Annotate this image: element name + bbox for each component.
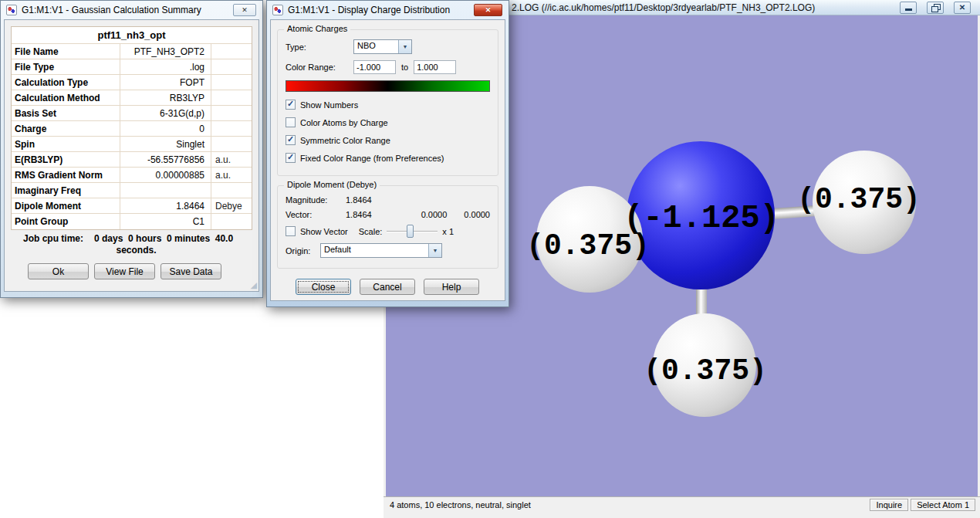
checkbox-symmetric-color-range[interactable]: ✓ Symmetric Color Range	[286, 135, 490, 145]
main-window-title: 2.LOG (//ic.ac.uk/homes/ptf11/Desktop/3r…	[512, 2, 815, 13]
charge-type-value: NBO	[354, 40, 398, 53]
chevron-down-icon[interactable]: ▼	[398, 40, 411, 53]
charge-close-button[interactable]: ✕	[474, 4, 502, 16]
color-range-min-input[interactable]	[353, 60, 396, 74]
restore-button[interactable]	[927, 2, 944, 14]
charge-dialog-title: G1:M1:V1 - Display Charge Distribution	[288, 5, 450, 15]
checkbox-show-numbers[interactable]: ✓ Show Numbers	[286, 100, 490, 110]
charge-dialog-titlebar[interactable]: G1:M1:V1 - Display Charge Distribution ✕	[270, 1, 505, 19]
resize-grip-icon[interactable]: ◢	[251, 280, 257, 290]
job-title: ptf11_nh3_opt	[12, 27, 252, 44]
row-value: PTF_NH3_OPT2	[120, 44, 211, 59]
atomic-charges-group: Atomic Charges Type: NBO ▼ Color Range: …	[277, 29, 498, 176]
charge-label-hydrogen-bottom: (0.375)	[644, 354, 767, 388]
help-button[interactable]: Help	[424, 279, 479, 295]
vector-x: 1.8464	[346, 210, 421, 219]
scale-label: Scale:	[359, 227, 383, 236]
check-icon: ✓	[287, 135, 294, 144]
row-value: .log	[120, 59, 211, 74]
ok-button[interactable]: Ok	[28, 263, 89, 279]
checkbox-label: Show Numbers	[300, 100, 358, 110]
row-unit: Debye	[211, 198, 252, 213]
row-value: 0	[120, 121, 211, 136]
row-value: FOPT	[120, 75, 211, 90]
to-label: to	[401, 63, 408, 72]
atomic-charges-group-label: Atomic Charges	[284, 24, 350, 33]
row-value: 6-31G(d,p)	[120, 106, 211, 120]
origin-label: Origin:	[286, 246, 320, 256]
cpu-time-block: Job cpu time: 0 days 0 hours 0 minutes 4…	[23, 233, 249, 256]
show-vector-row: Show Vector Scale: x 1	[286, 225, 490, 238]
summary-close-button[interactable]: ✕	[233, 4, 256, 16]
table-row: RMS Gradient Norm0.00000885a.u.	[12, 168, 252, 183]
slider-thumb[interactable]	[407, 225, 414, 238]
row-label: Charge	[12, 121, 120, 136]
close-button[interactable]: ✕	[954, 2, 971, 14]
row-unit	[211, 106, 252, 120]
checkbox-show-vector[interactable]	[286, 226, 296, 236]
checkbox-label: Color Atoms by Charge	[300, 118, 388, 127]
show-vector-label: Show Vector	[300, 227, 348, 236]
dipole-group-label: Dipole Moment (Debye)	[284, 180, 380, 189]
row-label: Point Group	[12, 214, 120, 229]
origin-select[interactable]: Default ▼	[320, 243, 442, 258]
magnitude-label: Magnitude:	[286, 195, 346, 205]
cancel-button[interactable]: Cancel	[360, 279, 415, 295]
row-value: Singlet	[120, 137, 211, 151]
minimize-button[interactable]	[900, 2, 917, 14]
checkbox-label: Symmetric Color Range	[300, 136, 390, 145]
check-icon: ✓	[287, 153, 294, 161]
row-label: File Type	[12, 59, 120, 74]
restore-icon	[931, 4, 940, 12]
row-label: Calculation Type	[12, 75, 120, 90]
table-row: Calculation TypeFOPT	[12, 75, 252, 90]
row-value: C1	[120, 214, 211, 229]
checkbox-label: Fixed Color Range (from Preferences)	[300, 154, 444, 163]
row-value: -56.55776856	[120, 152, 211, 167]
table-row: Imaginary Freq	[12, 183, 252, 198]
calculation-summary-table: ptf11_nh3_opt File NamePTF_NH3_OPT2 File…	[11, 26, 252, 230]
table-row: SpinSinglet	[12, 137, 252, 152]
summary-dialog-title: G1:M1:V1 - Gaussian Calculation Summary	[22, 5, 201, 15]
summary-dialog: G1:M1:V1 - Gaussian Calculation Summary …	[0, 0, 263, 298]
checkbox-box[interactable]: ✓	[286, 153, 296, 163]
checkbox-box[interactable]: ✓	[286, 135, 296, 145]
scale-value: x 1	[442, 227, 454, 236]
row-label: Calculation Method	[12, 90, 120, 105]
charge-dialog-body: Atomic Charges Type: NBO ▼ Color Range: …	[270, 19, 505, 301]
view-file-button[interactable]: View File	[94, 263, 155, 279]
checkbox-fixed-color-range[interactable]: ✓ Fixed Color Range (from Preferences)	[286, 153, 490, 163]
table-row: Charge0	[12, 121, 252, 137]
table-row: Dipole Moment1.8464Debye	[12, 198, 252, 214]
row-unit: a.u.	[211, 168, 252, 182]
color-range-max-input[interactable]	[414, 60, 456, 74]
cpu-time-value: 0 days 0 hours 0 minutes 40.0	[94, 233, 233, 245]
row-value: RB3LYP	[120, 90, 211, 105]
status-text: 4 atoms, 10 electrons, neutral, singlet	[390, 500, 531, 510]
chevron-down-icon[interactable]: ▼	[428, 244, 441, 257]
table-row: File Type.log	[12, 59, 252, 75]
charge-type-select[interactable]: NBO ▼	[353, 39, 412, 54]
cpu-time-label: Job cpu time:	[23, 233, 83, 245]
vector-z: 0.0000	[464, 210, 490, 219]
close-dialog-button[interactable]: Close	[296, 279, 351, 295]
row-unit	[211, 183, 252, 198]
window-controls: ✕	[900, 2, 971, 14]
vector-scale-slider[interactable]	[387, 225, 438, 238]
charge-color-scale	[286, 80, 490, 92]
checkbox-color-atoms-by-charge[interactable]: Color Atoms by Charge	[286, 117, 490, 127]
charge-button-row: Close Cancel Help	[296, 279, 505, 295]
vector-label: Vector:	[286, 210, 346, 219]
row-label: Imaginary Freq	[12, 183, 120, 198]
row-label: Dipole Moment	[12, 198, 120, 213]
app-icon	[6, 5, 17, 15]
type-label: Type:	[286, 42, 353, 52]
app-icon	[272, 5, 283, 15]
row-unit	[211, 214, 252, 229]
save-data-button[interactable]: Save Data	[161, 263, 221, 279]
summary-dialog-titlebar[interactable]: G1:M1:V1 - Gaussian Calculation Summary …	[4, 1, 259, 19]
check-icon: ✓	[287, 100, 294, 108]
checkbox-box[interactable]: ✓	[286, 100, 296, 110]
row-unit	[211, 75, 252, 90]
checkbox-box[interactable]	[286, 117, 296, 127]
